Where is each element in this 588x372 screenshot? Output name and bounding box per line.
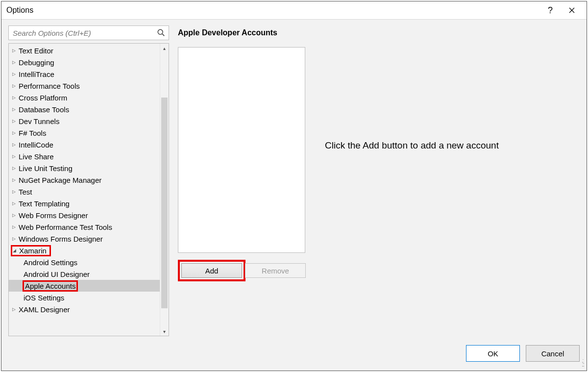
ok-button[interactable]: OK (466, 345, 520, 362)
titlebar: Options ? (1, 1, 587, 19)
chevron-right-icon[interactable]: ▷ (11, 95, 17, 100)
tree-item-label: Apple Accounts (23, 280, 78, 292)
chevron-right-icon[interactable]: ▷ (11, 236, 17, 241)
scroll-down-icon[interactable]: ▾ (160, 327, 169, 336)
tree-item-label: Test (18, 188, 33, 196)
tree-item[interactable]: ▷Cross Platform (9, 92, 160, 103)
tree-item-label: Android UI Designer (23, 270, 91, 278)
chevron-right-icon[interactable]: ▷ (11, 224, 17, 229)
tree-item-label: iOS Settings (23, 294, 65, 302)
tree-item-label: Live Unit Testing (18, 164, 74, 173)
scroll-up-icon[interactable]: ▴ (160, 44, 169, 52)
tree-item-label: Dev Tunnels (18, 117, 60, 125)
tree-item-label: Performance Tools (18, 82, 81, 90)
tree-item[interactable]: ▷F# Tools (9, 127, 160, 139)
search-box[interactable] (8, 25, 169, 40)
tree-item[interactable]: ▷XAML Designer (9, 303, 160, 315)
empty-hint: Click the Add button to add a new accoun… (325, 140, 580, 151)
tree-item[interactable]: ◢Xamarin (9, 245, 160, 256)
tree-item[interactable]: ▷Test (9, 186, 160, 198)
chevron-right-icon[interactable]: ▷ (11, 189, 17, 194)
tree-item[interactable]: Android Settings (9, 256, 160, 268)
tree-item-label: Text Templating (18, 199, 71, 208)
tree-item[interactable]: Apple Accounts (9, 280, 160, 292)
tree-item[interactable]: ▷Live Unit Testing (9, 162, 160, 174)
search-icon (157, 28, 166, 37)
options-tree[interactable]: ▷Text Editor▷Debugging▷IntelliTrace▷Perf… (9, 44, 160, 336)
tree-item-label: Live Share (18, 152, 55, 161)
tree-item-label: Database Tools (18, 105, 70, 114)
chevron-right-icon[interactable]: ▷ (11, 166, 17, 171)
svg-line-3 (162, 34, 164, 36)
chevron-right-icon[interactable]: ▷ (11, 307, 17, 312)
cancel-button[interactable]: Cancel (526, 345, 580, 362)
remove-button: Remove (245, 263, 306, 278)
tree-item[interactable]: ▷Web Performance Test Tools (9, 221, 160, 233)
scroll-thumb[interactable] (161, 98, 168, 308)
tree-item-label: Web Performance Test Tools (18, 223, 113, 231)
tree-item[interactable]: iOS Settings (9, 292, 160, 303)
tree-item-label: Debugging (18, 58, 55, 67)
add-button-highlight: Add (178, 260, 245, 281)
tree-item[interactable]: ▷Windows Forms Designer (9, 233, 160, 245)
tree-item[interactable]: ▷Dev Tunnels (9, 115, 160, 127)
dialog-button-row: OK Cancel (8, 336, 580, 364)
chevron-right-icon[interactable]: ▷ (11, 83, 17, 88)
svg-point-2 (158, 29, 163, 34)
section-heading: Apple Developer Accounts (178, 28, 580, 37)
chevron-right-icon[interactable]: ▷ (11, 130, 17, 135)
tree-item[interactable]: Android UI Designer (9, 268, 160, 280)
chevron-right-icon[interactable]: ▷ (11, 213, 17, 218)
chevron-right-icon[interactable]: ▷ (11, 201, 17, 206)
tree-item[interactable]: ▷Database Tools (9, 103, 160, 115)
tree-item-label: Web Forms Designer (18, 211, 89, 220)
tree-item[interactable]: ▷NuGet Package Manager (9, 174, 160, 186)
tree-item-label: Windows Forms Designer (18, 235, 104, 243)
chevron-right-icon[interactable]: ▷ (11, 154, 17, 159)
accounts-listbox[interactable] (178, 47, 305, 253)
chevron-down-icon[interactable]: ◢ (11, 248, 17, 253)
tree-item[interactable]: ▷Live Share (9, 150, 160, 162)
tree-item-label: IntelliTrace (18, 70, 55, 78)
tree-item[interactable]: ▷Performance Tools (9, 80, 160, 92)
search-input[interactable] (12, 28, 157, 38)
tree-item-label: F# Tools (18, 129, 47, 137)
dialog-content: ▷Text Editor▷Debugging▷IntelliTrace▷Perf… (1, 19, 587, 371)
chevron-right-icon[interactable]: ▷ (11, 60, 17, 65)
tree-item[interactable]: ▷IntelliCode (9, 139, 160, 150)
left-panel: ▷Text Editor▷Debugging▷IntelliTrace▷Perf… (8, 25, 169, 336)
chevron-right-icon[interactable]: ▷ (11, 142, 17, 147)
tree-item[interactable]: ▷IntelliTrace (9, 68, 160, 80)
chevron-right-icon[interactable]: ▷ (11, 48, 17, 53)
tree-scrollbar[interactable]: ▴ ▾ (160, 44, 169, 336)
tree-item[interactable]: ▷Web Forms Designer (9, 209, 160, 221)
tree-item-label: XAML Designer (18, 305, 71, 314)
options-tree-container: ▷Text Editor▷Debugging▷IntelliTrace▷Perf… (8, 43, 169, 336)
tree-item[interactable]: ▷Text Editor (9, 45, 160, 56)
chevron-right-icon[interactable]: ▷ (11, 119, 17, 124)
tree-item-label: Android Settings (23, 258, 78, 267)
options-dialog: Options ? ▷Text Editor▷Debugging▷Intelli… (1, 1, 587, 371)
tree-item-label: IntelliCode (18, 141, 54, 149)
tree-item-label: NuGet Package Manager (18, 176, 102, 184)
tree-item[interactable]: ▷Debugging (9, 56, 160, 68)
chevron-right-icon[interactable]: ▷ (11, 107, 17, 112)
tree-item-label: Text Editor (18, 47, 54, 55)
window-title: Options (6, 6, 33, 15)
chevron-right-icon[interactable]: ▷ (11, 72, 17, 76)
tree-item-label: Cross Platform (18, 94, 68, 102)
tree-item-label: Xamarin (18, 247, 48, 255)
close-icon (569, 7, 575, 13)
close-button[interactable] (561, 3, 583, 18)
resize-grip-icon[interactable]: .:.:: (582, 359, 584, 367)
help-button[interactable]: ? (539, 3, 561, 18)
add-button[interactable]: Add (181, 263, 242, 278)
tree-item[interactable]: ▷Text Templating (9, 198, 160, 209)
chevron-right-icon[interactable]: ▷ (11, 177, 17, 182)
right-panel: Apple Developer Accounts Click the Add b… (178, 25, 580, 336)
